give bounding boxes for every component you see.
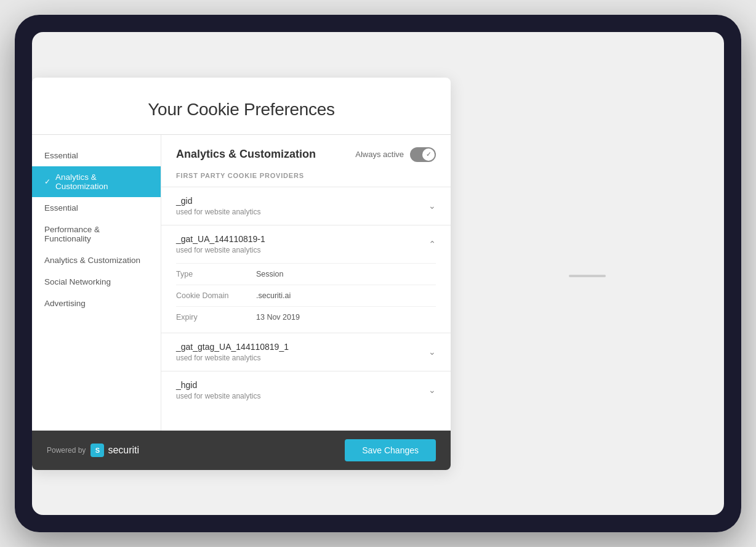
cookie-item-header-gat-gtag[interactable]: _gat_gtag_UA_144110819_1 used for websit…: [176, 333, 436, 371]
check-icon: ✓: [44, 177, 50, 186]
sidebar-item-advertising[interactable]: Advertising: [32, 293, 161, 314]
detail-label-type: Type: [176, 270, 256, 278]
cookie-name-hgid: _hgid: [176, 380, 260, 390]
cookie-item-header-gid[interactable]: _gid used for website analytics ⌄: [176, 187, 436, 225]
section-label: FIRST PARTY COOKIE PROVIDERS: [161, 172, 451, 187]
securiti-name: securiti: [108, 445, 139, 456]
sidebar-item-social-networking[interactable]: Social Networking: [32, 271, 161, 293]
modal-header: Your Cookie Preferences: [32, 78, 451, 135]
save-changes-button[interactable]: Save Changes: [345, 439, 436, 461]
cookie-details-gat-ua: Type Session Cookie Domain .securiti.ai …: [176, 263, 436, 328]
detail-value-type: Session: [256, 270, 283, 278]
cookie-info-hgid: _hgid used for website analytics: [176, 380, 260, 400]
detail-label-domain: Cookie Domain: [176, 291, 256, 300]
cookie-item-header-hgid[interactable]: _hgid used for website analytics ⌄: [176, 371, 436, 409]
sidebar-item-label: Social Networking: [44, 277, 111, 286]
always-active-area: Always active ✓: [355, 147, 436, 162]
sidebar-item-label: Performance & Functionality: [44, 225, 148, 243]
cookie-name-gat-ua: _gat_UA_144110819-1: [176, 234, 265, 244]
always-active-toggle[interactable]: ✓: [410, 147, 436, 162]
securiti-logo: S securiti: [90, 444, 139, 457]
sidebar-item-label: Essential: [44, 203, 78, 213]
sidebar-item-label: Analytics & Customization: [44, 256, 140, 265]
cookie-item-hgid: _hgid used for website analytics ⌄: [161, 371, 451, 409]
cookie-item-gat-ua: _gat_UA_144110819-1 used for website ana…: [161, 225, 451, 328]
tablet-frame: Your Cookie Preferences Essential ✓ Anal…: [15, 15, 741, 532]
sidebar-item-performance[interactable]: Performance & Functionality: [32, 219, 161, 249]
always-active-label: Always active: [355, 150, 404, 159]
cookie-info-gat-gtag: _gat_gtag_UA_144110819_1 used for websit…: [176, 342, 289, 362]
cookie-desc-hgid: used for website analytics: [176, 392, 260, 400]
cookie-name-gid: _gid: [176, 196, 260, 206]
cookie-item-header-gat-ua[interactable]: _gat_UA_144110819-1 used for website ana…: [176, 225, 436, 263]
toggle-check-icon: ✓: [426, 151, 431, 158]
chevron-down-icon-gat-gtag: ⌄: [428, 347, 436, 357]
detail-value-expiry: 13 Nov 2019: [256, 313, 300, 322]
cookie-desc-gat-gtag: used for website analytics: [176, 354, 289, 362]
content-title: Analytics & Customization: [176, 148, 316, 161]
tablet-screen: Your Cookie Preferences Essential ✓ Anal…: [32, 32, 724, 515]
cookie-desc-gat-ua: used for website analytics: [176, 246, 265, 254]
chevron-down-icon-gid: ⌄: [428, 201, 436, 211]
detail-label-expiry: Expiry: [176, 313, 256, 322]
chevron-up-icon-gat-ua: ⌄: [428, 239, 436, 249]
sidebar-item-label: Analytics & Customization: [55, 172, 148, 191]
detail-row-expiry: Expiry 13 Nov 2019: [176, 307, 436, 328]
toggle-knob: ✓: [422, 148, 435, 161]
chevron-down-icon-hgid: ⌄: [428, 385, 436, 395]
detail-row-domain: Cookie Domain .securiti.ai: [176, 285, 436, 307]
sidebar-item-label: Essential: [44, 151, 78, 160]
cookie-name-gat-gtag: _gat_gtag_UA_144110819_1: [176, 342, 289, 352]
sidebar-item-analytics2[interactable]: Analytics & Customization: [32, 249, 161, 271]
sidebar-item-essential-top[interactable]: Essential: [32, 145, 161, 166]
content-header: Analytics & Customization Always active …: [161, 135, 451, 172]
detail-value-domain: .securiti.ai: [256, 291, 291, 300]
cookie-preferences-modal: Your Cookie Preferences Essential ✓ Anal…: [32, 78, 451, 470]
detail-row-type: Type Session: [176, 264, 436, 285]
scrollbar-hint: [569, 275, 606, 277]
cookie-info-gat-ua: _gat_UA_144110819-1 used for website ana…: [176, 234, 265, 254]
cookie-desc-gid: used for website analytics: [176, 208, 260, 216]
powered-by: Powered by S securiti: [47, 444, 139, 457]
sidebar-item-analytics-customization[interactable]: ✓ Analytics & Customization: [32, 166, 161, 197]
modal-title: Your Cookie Preferences: [57, 100, 426, 120]
powered-by-label: Powered by: [47, 446, 86, 455]
sidebar-item-essential[interactable]: Essential: [32, 197, 161, 219]
modal-body: Essential ✓ Analytics & Customization Es…: [32, 135, 451, 431]
securiti-icon: S: [90, 444, 104, 457]
cookie-item-gat-gtag: _gat_gtag_UA_144110819_1 used for websit…: [161, 333, 451, 371]
sidebar: Essential ✓ Analytics & Customization Es…: [32, 135, 161, 431]
modal-footer: Powered by S securiti Save Changes: [32, 431, 451, 470]
cookie-item-gid: _gid used for website analytics ⌄: [161, 187, 451, 225]
cookie-info-gid: _gid used for website analytics: [176, 196, 260, 216]
sidebar-item-label: Advertising: [44, 299, 86, 308]
content-area: Analytics & Customization Always active …: [161, 135, 451, 431]
